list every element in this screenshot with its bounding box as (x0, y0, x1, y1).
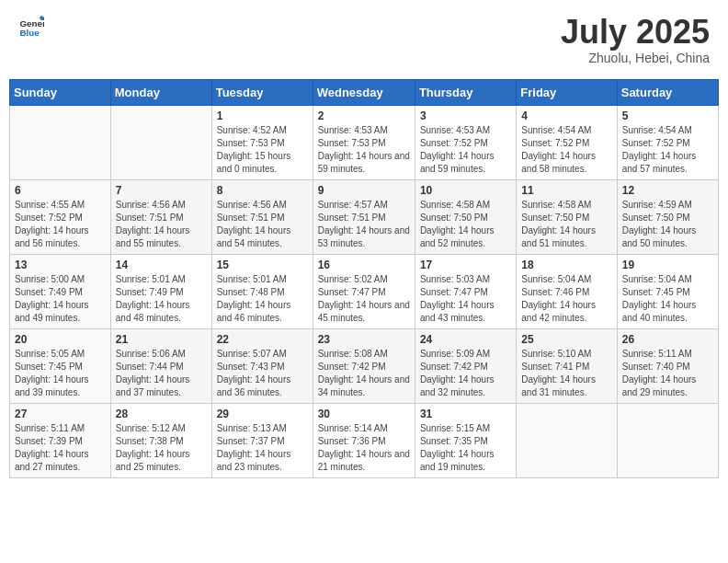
calendar-cell: 16Sunrise: 5:02 AMSunset: 7:47 PMDayligh… (313, 254, 415, 328)
day-number: 26 (622, 333, 713, 346)
calendar-cell: 30Sunrise: 5:14 AMSunset: 7:36 PMDayligh… (313, 403, 415, 477)
calendar-cell: 21Sunrise: 5:06 AMSunset: 7:44 PMDayligh… (110, 328, 211, 403)
calendar-cell (10, 105, 111, 179)
day-number: 20 (15, 333, 106, 346)
calendar-cell: 6Sunrise: 4:55 AMSunset: 7:52 PMDaylight… (10, 179, 111, 254)
calendar-cell: 13Sunrise: 5:00 AMSunset: 7:49 PMDayligh… (10, 254, 111, 328)
weekday-header-monday: Monday (110, 79, 211, 105)
day-info: Sunrise: 4:54 AMSunset: 7:52 PMDaylight:… (622, 124, 713, 176)
day-number: 4 (521, 109, 611, 122)
calendar-cell: 31Sunrise: 5:15 AMSunset: 7:35 PMDayligh… (415, 403, 516, 477)
calendar-table: SundayMondayTuesdayWednesdayThursdayFrid… (9, 79, 719, 478)
day-number: 23 (318, 333, 410, 346)
day-number: 24 (420, 333, 511, 346)
calendar-cell: 25Sunrise: 5:10 AMSunset: 7:41 PMDayligh… (517, 328, 617, 403)
day-info: Sunrise: 5:06 AMSunset: 7:44 PMDaylight:… (116, 348, 207, 399)
day-info: Sunrise: 4:57 AMSunset: 7:51 PMDaylight:… (318, 199, 410, 250)
calendar-cell: 2Sunrise: 4:53 AMSunset: 7:53 PMDaylight… (313, 105, 415, 179)
month-title: July 2025 (561, 14, 710, 51)
day-number: 5 (622, 109, 713, 122)
day-number: 17 (420, 259, 511, 271)
calendar-cell: 24Sunrise: 5:09 AMSunset: 7:42 PMDayligh… (415, 328, 516, 403)
day-info: Sunrise: 4:53 AMSunset: 7:53 PMDaylight:… (318, 124, 410, 176)
day-info: Sunrise: 5:07 AMSunset: 7:43 PMDaylight:… (217, 348, 308, 399)
day-info: Sunrise: 5:10 AMSunset: 7:41 PMDaylight:… (521, 348, 611, 399)
day-number: 9 (318, 184, 410, 197)
calendar-week-row: 13Sunrise: 5:00 AMSunset: 7:49 PMDayligh… (10, 254, 719, 328)
calendar-cell: 17Sunrise: 5:03 AMSunset: 7:47 PMDayligh… (415, 254, 516, 328)
weekday-header-saturday: Saturday (617, 79, 718, 105)
day-number: 30 (318, 408, 410, 420)
calendar-cell: 3Sunrise: 4:53 AMSunset: 7:52 PMDaylight… (415, 105, 516, 179)
calendar-cell: 14Sunrise: 5:01 AMSunset: 7:49 PMDayligh… (110, 254, 211, 328)
calendar-cell: 23Sunrise: 5:08 AMSunset: 7:42 PMDayligh… (313, 328, 415, 403)
calendar-cell: 15Sunrise: 5:01 AMSunset: 7:48 PMDayligh… (211, 254, 313, 328)
calendar-cell: 28Sunrise: 5:12 AMSunset: 7:38 PMDayligh… (110, 403, 211, 477)
day-number: 14 (116, 259, 207, 271)
day-number: 16 (318, 259, 410, 271)
day-number: 2 (318, 109, 410, 122)
day-number: 10 (420, 184, 511, 197)
day-info: Sunrise: 4:54 AMSunset: 7:52 PMDaylight:… (521, 124, 611, 176)
day-info: Sunrise: 4:58 AMSunset: 7:50 PMDaylight:… (521, 199, 611, 250)
calendar-cell: 29Sunrise: 5:13 AMSunset: 7:37 PMDayligh… (211, 403, 313, 477)
calendar-cell: 11Sunrise: 4:58 AMSunset: 7:50 PMDayligh… (517, 179, 617, 254)
calendar-cell: 10Sunrise: 4:58 AMSunset: 7:50 PMDayligh… (415, 179, 516, 254)
calendar-cell: 27Sunrise: 5:11 AMSunset: 7:39 PMDayligh… (10, 403, 111, 477)
day-info: Sunrise: 5:01 AMSunset: 7:49 PMDaylight:… (116, 273, 207, 325)
day-info: Sunrise: 5:11 AMSunset: 7:39 PMDaylight:… (15, 422, 106, 474)
day-info: Sunrise: 5:04 AMSunset: 7:46 PMDaylight:… (521, 273, 611, 325)
calendar-cell (110, 105, 211, 179)
calendar-cell: 4Sunrise: 4:54 AMSunset: 7:52 PMDaylight… (517, 105, 617, 179)
day-number: 29 (217, 408, 308, 420)
calendar-cell: 18Sunrise: 5:04 AMSunset: 7:46 PMDayligh… (517, 254, 617, 328)
day-number: 22 (217, 333, 308, 346)
weekday-header-friday: Friday (517, 79, 617, 105)
calendar-cell: 8Sunrise: 4:56 AMSunset: 7:51 PMDaylight… (211, 179, 313, 254)
day-info: Sunrise: 5:12 AMSunset: 7:38 PMDaylight:… (116, 422, 207, 474)
calendar-cell: 26Sunrise: 5:11 AMSunset: 7:40 PMDayligh… (617, 328, 718, 403)
day-info: Sunrise: 4:56 AMSunset: 7:51 PMDaylight:… (116, 199, 207, 250)
weekday-header-row: SundayMondayTuesdayWednesdayThursdayFrid… (10, 79, 719, 105)
day-number: 8 (217, 184, 308, 197)
day-number: 25 (521, 333, 611, 346)
day-number: 6 (15, 184, 106, 197)
day-info: Sunrise: 5:05 AMSunset: 7:45 PMDaylight:… (15, 348, 106, 399)
day-info: Sunrise: 4:56 AMSunset: 7:51 PMDaylight:… (217, 199, 308, 250)
calendar-cell: 9Sunrise: 4:57 AMSunset: 7:51 PMDaylight… (313, 179, 415, 254)
day-number: 1 (217, 109, 308, 122)
day-number: 13 (15, 259, 106, 271)
svg-text:Blue: Blue (19, 28, 40, 38)
calendar-week-row: 6Sunrise: 4:55 AMSunset: 7:52 PMDaylight… (10, 179, 719, 254)
weekday-header-wednesday: Wednesday (313, 79, 415, 105)
day-info: Sunrise: 5:11 AMSunset: 7:40 PMDaylight:… (622, 348, 713, 399)
day-number: 28 (116, 408, 207, 420)
calendar-cell: 5Sunrise: 4:54 AMSunset: 7:52 PMDaylight… (617, 105, 718, 179)
weekday-header-tuesday: Tuesday (211, 79, 313, 105)
calendar-cell: 22Sunrise: 5:07 AMSunset: 7:43 PMDayligh… (211, 328, 313, 403)
day-info: Sunrise: 5:02 AMSunset: 7:47 PMDaylight:… (318, 273, 410, 325)
day-info: Sunrise: 5:14 AMSunset: 7:36 PMDaylight:… (318, 422, 410, 474)
weekday-header-thursday: Thursday (415, 79, 516, 105)
calendar-week-row: 1Sunrise: 4:52 AMSunset: 7:53 PMDaylight… (10, 105, 719, 179)
calendar-week-row: 20Sunrise: 5:05 AMSunset: 7:45 PMDayligh… (10, 328, 719, 403)
day-number: 27 (15, 408, 106, 420)
day-info: Sunrise: 4:58 AMSunset: 7:50 PMDaylight:… (420, 199, 511, 250)
day-number: 19 (622, 259, 713, 271)
logo-icon: General Blue (18, 14, 44, 40)
calendar-cell (517, 403, 617, 477)
location-subtitle: Zhuolu, Hebei, China (561, 51, 710, 65)
calendar-cell: 12Sunrise: 4:59 AMSunset: 7:50 PMDayligh… (617, 179, 718, 254)
calendar-cell: 1Sunrise: 4:52 AMSunset: 7:53 PMDaylight… (211, 105, 313, 179)
day-info: Sunrise: 4:52 AMSunset: 7:53 PMDaylight:… (217, 124, 308, 176)
weekday-header-sunday: Sunday (10, 79, 111, 105)
title-block: July 2025 Zhuolu, Hebei, China (561, 14, 710, 65)
day-info: Sunrise: 5:00 AMSunset: 7:49 PMDaylight:… (15, 273, 106, 325)
day-number: 7 (116, 184, 207, 197)
day-info: Sunrise: 4:53 AMSunset: 7:52 PMDaylight:… (420, 124, 511, 176)
day-info: Sunrise: 5:09 AMSunset: 7:42 PMDaylight:… (420, 348, 511, 399)
page-header: General Blue July 2025 Zhuolu, Hebei, Ch… (9, 9, 719, 70)
calendar-cell: 7Sunrise: 4:56 AMSunset: 7:51 PMDaylight… (110, 179, 211, 254)
day-info: Sunrise: 5:01 AMSunset: 7:48 PMDaylight:… (217, 273, 308, 325)
day-number: 18 (521, 259, 611, 271)
